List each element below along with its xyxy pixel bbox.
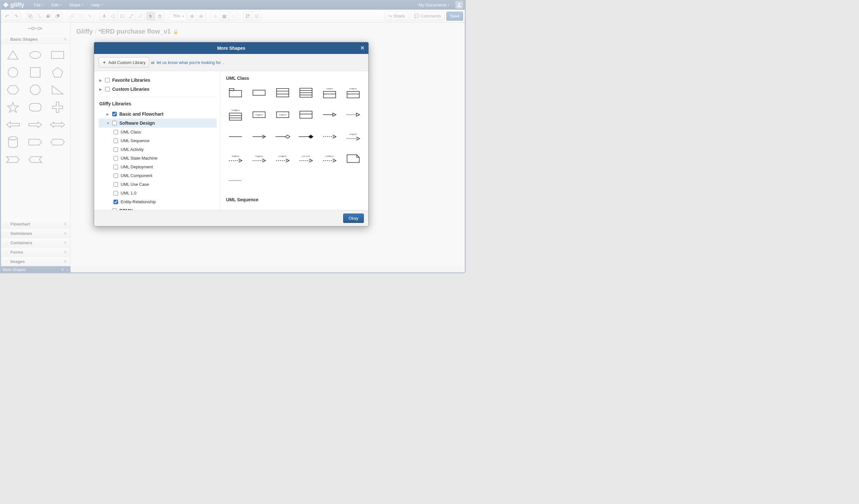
lib-row-uml-use-case[interactable]: UML Use Case [99, 180, 217, 189]
checkbox[interactable] [114, 156, 118, 161]
lib-row-uml-component[interactable]: UML Component [99, 171, 217, 180]
checkbox[interactable] [112, 112, 117, 116]
shape-object[interactable] [297, 107, 316, 122]
shape-enumeration[interactable]: <<e>> [344, 85, 363, 100]
checkbox[interactable] [105, 87, 110, 91]
shape-class-3part[interactable] [273, 85, 292, 100]
shape-package[interactable] [226, 85, 245, 100]
feedback-link[interactable]: let us know what you're looking for [156, 60, 221, 65]
shape-primitive[interactable]: <<p>> [250, 107, 269, 122]
lib-label: UML Use Case [121, 182, 149, 187]
shape-aggregation[interactable] [273, 129, 292, 144]
shape-class-simple[interactable] [250, 85, 269, 100]
library-tree: ▶Favorite Libraries ▶Custom Libraries Gl… [94, 71, 220, 210]
modal-title: More Shapes [217, 46, 245, 51]
lib-row-uml-sequence[interactable]: UML Sequence [99, 136, 217, 145]
lib-row-uml-activity[interactable]: UML Activity [99, 145, 217, 154]
svg-rect-35 [276, 89, 289, 97]
lib-label: UML State Machine [121, 156, 157, 161]
svg-text:<<p>>: <<p>> [255, 113, 262, 116]
lib-label: UML Sequence [121, 138, 149, 143]
lib-label: Entity-Relationship [121, 199, 155, 204]
preview-grid-uml-class: <<i>> <<e>> <<dt>> <<p>> <<s>> <<u>> <<b… [226, 85, 363, 188]
preview-title-uml-class: UML Class [226, 76, 363, 81]
lib-label: UML Component [121, 173, 152, 178]
checkbox[interactable] [112, 121, 117, 125]
lib-row-entity-relationship[interactable]: Entity-Relationship [99, 198, 217, 206]
modal-close-button[interactable]: ✕ [360, 45, 364, 51]
modal-toolbar: ＋ Add Custom Library or let us know what… [94, 54, 368, 71]
shape-note[interactable] [344, 151, 363, 166]
shape-signal[interactable]: <<s>> [273, 107, 292, 122]
lib-label: UML Class [121, 129, 141, 135]
shape-merge[interactable]: <<m>> [320, 151, 339, 166]
shape-directed-assoc[interactable] [250, 129, 269, 144]
lib-label: Software Design [119, 121, 155, 126]
shape-dependency[interactable] [320, 129, 339, 144]
modal-body: ▶Favorite Libraries ▶Custom Libraries Gl… [94, 71, 368, 210]
lib-row-uml-class[interactable]: UML Class [99, 128, 217, 136]
okay-button[interactable]: Okay [343, 214, 364, 223]
lib-row-basic-and-flowchart[interactable]: ▶Basic and Flowchart [99, 110, 217, 119]
lib-label: UML Activity [121, 147, 144, 152]
svg-text:<<s>>: <<s>> [279, 113, 286, 116]
checkbox[interactable] [114, 191, 118, 195]
checkbox[interactable] [114, 200, 118, 204]
shape-note-anchor[interactable] [226, 173, 245, 188]
checkbox[interactable] [114, 173, 118, 178]
shape-interface[interactable]: <<i>> [320, 85, 339, 100]
svg-rect-42 [323, 91, 336, 98]
lib-custom[interactable]: ▶Custom Libraries [99, 85, 217, 94]
modal-footer: Okay [94, 210, 368, 226]
add-custom-library-button[interactable]: ＋ Add Custom Library [99, 57, 149, 67]
lib-row-uml-state-machine[interactable]: UML State Machine [99, 154, 217, 162]
shape-import[interactable]: << i >> [297, 151, 316, 166]
svg-rect-34 [253, 90, 265, 95]
shape-permit[interactable]: <<p>> [250, 151, 269, 166]
svg-rect-44 [347, 91, 359, 98]
disclosure-icon[interactable]: ▶ [106, 112, 110, 116]
lib-favorite[interactable]: ▶Favorite Libraries [99, 76, 217, 85]
lib-row-software-design[interactable]: ▼Software Design [99, 119, 217, 128]
lib-row-bpmn[interactable]: ▶BPMN [99, 206, 217, 210]
lib-label: UML Deployment [121, 164, 153, 169]
modal-header: More Shapes ✕ [94, 42, 368, 54]
checkbox[interactable] [105, 78, 110, 82]
svg-rect-53 [300, 111, 312, 118]
lib-row-uml-deployment[interactable]: UML Deployment [99, 162, 217, 171]
shape-association[interactable] [226, 129, 245, 144]
checkbox[interactable] [114, 147, 118, 152]
shape-realization[interactable] [344, 107, 363, 122]
shape-datatype[interactable]: <<dt>> [226, 107, 245, 122]
shape-composition[interactable] [297, 129, 316, 144]
or-text: or [151, 60, 155, 65]
shape-usage[interactable]: <<u>> [344, 129, 363, 144]
gliffy-libraries-heading: Gliffy Libraries [99, 97, 217, 108]
shape-generalization[interactable] [320, 107, 339, 122]
checkbox[interactable] [114, 182, 118, 187]
checkbox[interactable] [114, 165, 118, 169]
plus-icon: ＋ [102, 60, 106, 65]
lib-label: BPMN [119, 208, 133, 210]
svg-rect-33 [229, 91, 242, 97]
more-shapes-dialog: More Shapes ✕ ＋ Add Custom Library or le… [94, 42, 369, 226]
lib-label: Basic and Flowchart [119, 111, 163, 116]
shape-bind[interactable]: <<b>> [226, 151, 245, 166]
checkbox[interactable] [114, 130, 118, 135]
shape-class-4part[interactable] [297, 85, 316, 100]
library-preview: UML Class <<i>> <<e>> <<dt>> <<p>> <<s>> [220, 71, 368, 210]
disclosure-icon[interactable]: ▼ [106, 122, 110, 125]
checkbox[interactable] [112, 208, 117, 210]
disclosure-icon[interactable]: ▶ [106, 209, 110, 210]
shape-abstraction[interactable]: <<a>> [273, 151, 292, 166]
lib-row-uml-1-0[interactable]: UML 1.0 [99, 189, 217, 198]
svg-rect-46 [229, 113, 242, 120]
checkbox[interactable] [114, 139, 118, 143]
preview-title-uml-sequence: UML Sequence [226, 197, 363, 202]
lib-label: UML 1.0 [121, 191, 136, 195]
svg-rect-32 [229, 89, 234, 91]
